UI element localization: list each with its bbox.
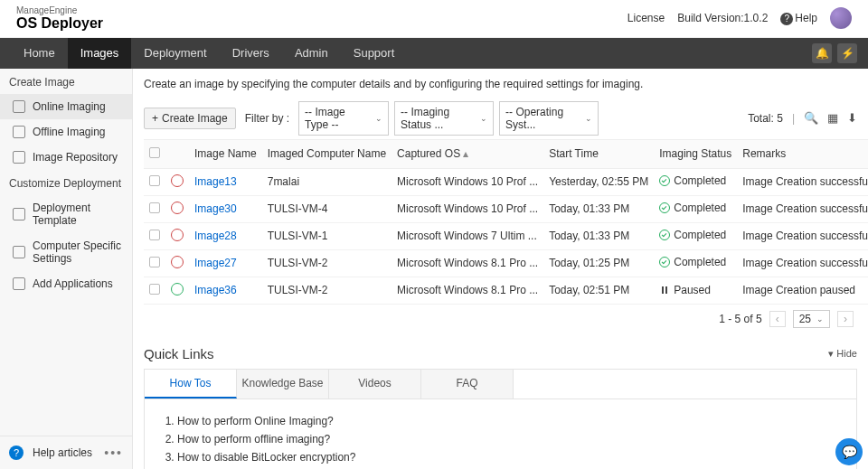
pager: 1 - 5 of 5 ‹ 25⌄ › <box>144 305 857 333</box>
start-time: Today, 01:33 PM <box>543 222 654 249</box>
col-captured-os[interactable]: Captured OS ▴ <box>392 139 543 168</box>
os-select[interactable]: -- Operating Syst...⌄ <box>499 101 599 136</box>
image-name-link[interactable]: Image36 <box>194 284 237 296</box>
sort-icon: ▴ <box>463 147 468 160</box>
main-content: Create an image by specifying the comput… <box>133 69 868 469</box>
quick-link-item[interactable]: How to perform offline imaging? <box>177 430 840 448</box>
avatar[interactable] <box>830 7 852 29</box>
total-count: Total: 5 <box>748 112 783 125</box>
imaging-status-select[interactable]: -- Imaging Status ...⌄ <box>394 101 494 136</box>
pause-icon <box>659 285 670 295</box>
page-next[interactable]: › <box>837 311 854 327</box>
imaging-status: Completed <box>654 222 737 249</box>
nav-images[interactable]: Images <box>68 38 132 69</box>
notification-icon[interactable]: 🔔 <box>812 43 832 63</box>
sidebar-icon <box>13 277 25 290</box>
table-row: Image137malaiMicrosoft Windows 10 Prof .… <box>144 168 868 195</box>
help-articles[interactable]: ? Help articles ••• <box>0 436 132 469</box>
computer-name: TULSI-VM-4 <box>262 195 392 222</box>
nav-admin[interactable]: Admin <box>282 38 341 69</box>
more-dots-icon[interactable]: ••• <box>104 446 123 460</box>
computer-name: TULSI-VM-2 <box>262 249 392 277</box>
image-status-icon <box>171 174 184 187</box>
check-icon <box>659 230 670 240</box>
col-imaged-computer-name[interactable]: Imaged Computer Name <box>262 139 392 168</box>
col-image-name[interactable]: Image Name <box>189 139 262 168</box>
sidebar-item-online-imaging[interactable]: Online Imaging <box>0 94 132 119</box>
nav-deployment[interactable]: Deployment <box>131 38 219 69</box>
sidebar-item-image-repository[interactable]: Image Repository <box>0 145 132 170</box>
intro-text: Create an image by specifying the comput… <box>144 78 857 90</box>
tab-videos[interactable]: Videos <box>329 370 421 399</box>
bolt-icon[interactable]: ⚡ <box>837 43 857 63</box>
sidebar-item-deployment-template[interactable]: Deployment Template <box>0 195 132 233</box>
nav-support[interactable]: Support <box>341 38 408 69</box>
sidebar: Create Image Online ImagingOffline Imagi… <box>0 69 133 469</box>
columns-icon[interactable]: ▦ <box>827 111 838 125</box>
start-time: Today, 02:51 PM <box>543 277 654 304</box>
imaging-status: Completed <box>654 249 737 277</box>
image-name-link[interactable]: Image30 <box>194 202 237 215</box>
sidebar-item-offline-imaging[interactable]: Offline Imaging <box>0 119 132 145</box>
brand-main: OS Deployer <box>16 15 103 32</box>
image-name-link[interactable]: Image27 <box>194 257 237 269</box>
imaging-status: Paused <box>654 277 737 304</box>
sidebar-icon <box>13 126 25 138</box>
tab-how-tos[interactable]: How Tos <box>145 370 237 399</box>
build-version: Build Version:1.0.2 <box>677 12 768 24</box>
col-remarks[interactable]: Remarks <box>737 139 868 168</box>
sidebar-item-add-applications[interactable]: Add Applications <box>0 271 132 296</box>
check-icon <box>659 202 670 213</box>
sidebar-item-label: Online Imaging <box>33 100 106 113</box>
page-size-select[interactable]: 25⌄ <box>793 310 830 328</box>
page-prev[interactable]: ‹ <box>769 311 786 327</box>
sidebar-icon <box>13 246 25 258</box>
sidebar-item-label: Image Repository <box>33 151 118 164</box>
help-articles-label: Help articles <box>33 446 92 459</box>
brand: ManageEngine OS Deployer <box>16 5 103 32</box>
col-start-time[interactable]: Start Time <box>543 139 654 168</box>
check-icon <box>659 257 670 267</box>
brand-small: ManageEngine <box>16 5 103 15</box>
tab-knowledge-base[interactable]: Knowledge Base <box>237 370 329 399</box>
chevron-down-icon: ⌄ <box>375 114 382 123</box>
row-checkbox[interactable] <box>149 284 160 295</box>
select-all-checkbox[interactable] <box>149 147 160 158</box>
quick-links-body: How to perform Online Imaging?How to per… <box>144 399 857 469</box>
image-type-select[interactable]: -- Image Type --⌄ <box>298 101 389 136</box>
row-checkbox[interactable] <box>149 257 160 267</box>
search-icon[interactable]: 🔍 <box>804 111 818 125</box>
nav-home[interactable]: Home <box>11 38 68 69</box>
table-row: Image30TULSI-VM-4Microsoft Windows 10 Pr… <box>144 195 868 222</box>
help-link[interactable]: ?Help <box>780 12 817 25</box>
quick-link-item[interactable]: How to disable BitLocker encryption? <box>177 448 840 466</box>
chat-icon[interactable]: 💬 <box>835 438 863 465</box>
chevron-down-icon: ⌄ <box>585 114 592 123</box>
license-link[interactable]: License <box>627 12 665 24</box>
hide-link[interactable]: ▾ Hide <box>828 348 857 360</box>
remarks: Image Creation successful <box>737 222 868 249</box>
image-name-link[interactable]: Image13 <box>194 175 237 188</box>
start-time: Today, 01:33 PM <box>543 195 654 222</box>
sidebar-icon <box>13 100 25 113</box>
image-status-icon <box>171 229 184 241</box>
sidebar-item-label: Computer Specific Settings <box>33 239 123 265</box>
toolbar: +Create Image Filter by : -- Image Type … <box>144 101 857 136</box>
nav-drivers[interactable]: Drivers <box>220 38 282 69</box>
create-image-button[interactable]: +Create Image <box>144 108 236 129</box>
sidebar-item-computer-specific-settings[interactable]: Computer Specific Settings <box>0 233 132 271</box>
computer-name: TULSI-VM-1 <box>262 222 392 249</box>
row-checkbox[interactable] <box>149 175 160 186</box>
col-imaging-status[interactable]: Imaging Status <box>654 139 737 168</box>
download-icon[interactable]: ⬇ <box>847 111 857 125</box>
quick-link-item[interactable]: How to manually install image creator co… <box>177 466 840 469</box>
tab-faq[interactable]: FAQ <box>421 370 514 399</box>
sidebar-item-label: Deployment Template <box>33 202 123 227</box>
table-row: Image27TULSI-VM-2Microsoft Windows 8.1 P… <box>144 249 868 277</box>
image-name-link[interactable]: Image28 <box>194 230 237 242</box>
row-checkbox[interactable] <box>149 202 160 213</box>
row-checkbox[interactable] <box>149 230 160 240</box>
quick-link-item[interactable]: How to perform Online Imaging? <box>177 412 840 430</box>
main-nav: HomeImagesDeploymentDriversAdminSupport … <box>0 38 868 69</box>
captured-os: Microsoft Windows 7 Ultim ... <box>392 222 543 249</box>
